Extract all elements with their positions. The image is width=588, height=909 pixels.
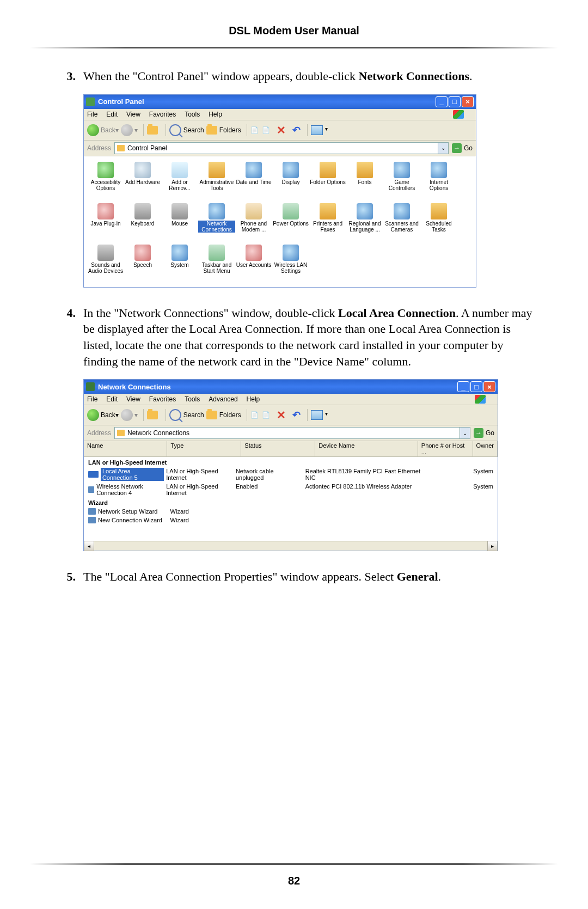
control-panel-item[interactable]: System <box>161 245 198 284</box>
control-panel-item[interactable]: Add Hardware <box>124 162 161 201</box>
control-panel-item-icon <box>431 203 447 219</box>
go-button[interactable]: →Go <box>452 143 473 153</box>
control-panel-item[interactable]: Sounds and Audio Devices <box>87 245 124 284</box>
control-panel-item-label: Display <box>272 179 309 185</box>
control-panel-item[interactable]: Wireless LAN Settings <box>272 245 309 284</box>
control-panel-item[interactable]: Folder Options <box>309 162 346 201</box>
control-panel-item[interactable]: User Accounts <box>235 245 272 284</box>
connection-row[interactable]: Network Setup WizardWizard <box>84 507 498 516</box>
control-panel-item[interactable]: Phone and Modem ... <box>235 203 272 242</box>
connection-row[interactable]: New Connection WizardWizard <box>84 516 498 524</box>
forward-button[interactable]: ▾ <box>121 409 138 421</box>
control-panel-item-icon <box>394 162 410 178</box>
connection-row[interactable]: Local Area Connection 5LAN or High-Speed… <box>84 467 498 482</box>
close-button[interactable]: × <box>483 381 495 392</box>
copy-to-icon[interactable]: 📄 <box>262 411 270 419</box>
control-panel-item[interactable]: Date and Time <box>235 162 272 201</box>
minimize-button[interactable]: _ <box>457 381 469 392</box>
control-panel-item[interactable]: Accessibility Options <box>87 162 124 201</box>
col-phone[interactable]: Phone # or Host ... <box>418 441 473 456</box>
close-button[interactable]: × <box>462 96 474 107</box>
control-panel-item-label: Wireless LAN Settings <box>272 262 309 274</box>
control-panel-item[interactable]: Display <box>272 162 309 201</box>
menu-help[interactable]: Help <box>247 395 260 403</box>
back-button[interactable]: Back ▾ <box>87 409 119 421</box>
col-owner[interactable]: Owner <box>473 441 498 456</box>
control-panel-item[interactable]: Administrative Tools <box>198 162 235 201</box>
forward-button[interactable]: ▾ <box>121 124 138 136</box>
control-panel-item[interactable]: Mouse <box>161 203 198 242</box>
control-panel-item[interactable]: Game Controllers <box>383 162 420 201</box>
control-panel-item[interactable]: Internet Options <box>420 162 457 201</box>
control-panel-item[interactable]: Scheduled Tasks <box>420 203 457 242</box>
search-button[interactable]: Search <box>169 409 204 421</box>
control-panel-item[interactable]: Printers and Faxes <box>309 203 346 242</box>
control-panel-item[interactable]: Add or Remov... <box>161 162 198 201</box>
menu-tools[interactable]: Tools <box>185 395 200 403</box>
menu-file[interactable]: File <box>87 395 97 403</box>
folders-button[interactable]: Folders <box>206 126 241 135</box>
address-icon <box>117 145 125 151</box>
delete-icon[interactable]: ✕ <box>277 124 286 137</box>
menu-file[interactable]: File <box>87 111 97 118</box>
address-field[interactable]: Control Panel <box>114 142 438 154</box>
step-number: 4. <box>52 305 83 370</box>
menu-help[interactable]: Help <box>209 111 222 118</box>
col-device-name[interactable]: Device Name <box>315 441 418 456</box>
menu-tools[interactable]: Tools <box>185 111 200 118</box>
address-dropdown[interactable]: ⌄ <box>460 427 470 439</box>
move-to-icon[interactable]: 📄 <box>250 126 259 134</box>
address-dropdown[interactable]: ⌄ <box>438 142 449 154</box>
control-panel-item-label: Add Hardware <box>124 179 161 185</box>
col-status[interactable]: Status <box>241 441 315 456</box>
views-button[interactable] <box>311 125 323 135</box>
control-panel-item[interactable]: Java Plug-in <box>87 203 124 242</box>
list-header: Name Type Status Device Name Phone # or … <box>84 441 498 457</box>
control-panel-item[interactable]: Taskbar and Start Menu <box>198 245 235 284</box>
up-button[interactable] <box>147 411 160 419</box>
connection-row[interactable]: Wireless Network Connection 4LAN or High… <box>84 482 498 497</box>
move-to-icon[interactable]: 📄 <box>250 411 259 419</box>
control-panel-item[interactable]: Network Connections <box>198 203 235 242</box>
menu-edit[interactable]: Edit <box>106 395 118 403</box>
control-panel-item[interactable]: Power Options <box>272 203 309 242</box>
control-panel-item[interactable]: Keyboard <box>124 203 161 242</box>
up-button[interactable] <box>147 126 160 135</box>
folders-button[interactable]: Folders <box>206 411 241 419</box>
menu-advanced[interactable]: Advanced <box>209 395 237 403</box>
copy-to-icon[interactable]: 📄 <box>262 126 270 134</box>
connection-name: Network Setup Wizard <box>98 508 157 515</box>
col-name[interactable]: Name <box>84 441 167 456</box>
control-panel-item[interactable]: Speech <box>124 245 161 284</box>
minimize-button[interactable]: _ <box>436 96 448 107</box>
undo-icon[interactable]: ↶ <box>292 124 301 136</box>
col-type[interactable]: Type <box>167 441 241 456</box>
menu-view[interactable]: View <box>126 111 140 118</box>
maximize-button[interactable]: □ <box>470 381 482 392</box>
go-button[interactable]: →Go <box>474 428 494 438</box>
window-app-icon <box>86 382 95 391</box>
toolbar: Back ▾ ▾ Search Folders 📄 📄 ✕ ↶ <box>84 405 498 425</box>
control-panel-item[interactable]: Regional and Language ... <box>346 203 383 242</box>
control-panel-item[interactable]: Fonts <box>346 162 383 201</box>
back-button[interactable]: Back ▾ <box>87 124 119 136</box>
scroll-left-button[interactable]: ◂ <box>84 541 94 551</box>
toolbar-sep <box>143 124 144 136</box>
toolbar-sep <box>166 409 166 421</box>
menu-edit[interactable]: Edit <box>106 111 118 118</box>
connection-name: Local Area Connection 5 <box>101 468 164 481</box>
control-panel-item-icon <box>171 162 188 178</box>
menu-favorites[interactable]: Favorites <box>149 111 176 118</box>
views-button[interactable] <box>311 410 323 420</box>
address-field[interactable]: Network Connections <box>114 427 460 439</box>
undo-icon[interactable]: ↶ <box>292 409 301 421</box>
menu-view[interactable]: View <box>126 395 140 403</box>
maximize-button[interactable]: □ <box>449 96 461 107</box>
step-text-end: . <box>469 69 473 83</box>
delete-icon[interactable]: ✕ <box>277 408 286 422</box>
horizontal-scrollbar[interactable]: ◂ ▸ <box>84 541 498 551</box>
search-button[interactable]: Search <box>169 124 204 136</box>
menu-favorites[interactable]: Favorites <box>149 395 176 403</box>
control-panel-item[interactable]: Scanners and Cameras <box>383 203 420 242</box>
scroll-right-button[interactable]: ▸ <box>487 541 498 551</box>
